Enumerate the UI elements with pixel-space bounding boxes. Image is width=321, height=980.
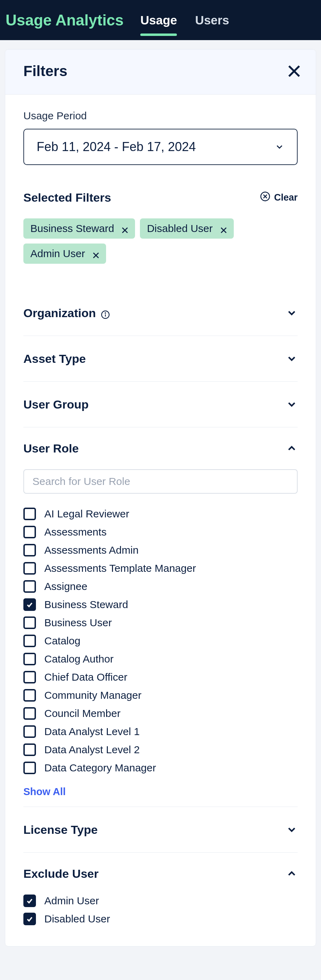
chip-remove-icon[interactable] xyxy=(220,225,227,232)
checkbox-item[interactable]: Catalog Author xyxy=(23,653,298,665)
checkbox-label: Assignee xyxy=(44,581,87,592)
chevron-up-icon xyxy=(286,868,298,880)
filters-panel: Filters Usage Period Feb 11, 2024 - Feb … xyxy=(5,49,316,947)
section-asset-type: Asset Type xyxy=(23,336,298,381)
close-icon[interactable] xyxy=(286,64,302,79)
checkbox-label: Admin User xyxy=(44,895,99,907)
selected-filters-title: Selected Filters xyxy=(23,191,111,204)
checkbox[interactable] xyxy=(23,544,36,557)
clear-label: Clear xyxy=(274,192,298,203)
checkbox-item[interactable]: Admin User xyxy=(23,894,298,907)
checkbox[interactable] xyxy=(23,598,36,611)
checkbox-label: Chief Data Officer xyxy=(44,671,127,683)
checkbox-item[interactable]: Chief Data Officer xyxy=(23,671,298,684)
checkbox[interactable] xyxy=(23,913,36,925)
chevron-down-icon xyxy=(286,398,298,410)
checkbox-label: Assessments xyxy=(44,526,106,538)
section-exclude-user-header[interactable]: Exclude User xyxy=(23,853,298,894)
usage-period-select[interactable]: Feb 11, 2024 - Feb 17, 2024 xyxy=(23,129,298,165)
asset-type-title: Asset Type xyxy=(23,352,86,366)
checkbox-item[interactable]: Council Member xyxy=(23,707,298,720)
usage-period-label: Usage Period xyxy=(23,110,298,122)
checkbox-item[interactable]: Catalog xyxy=(23,635,298,647)
section-license-type-header[interactable]: License Type xyxy=(23,807,298,852)
checkbox-label: Catalog Author xyxy=(44,653,113,665)
exclude-user-body: Admin UserDisabled User xyxy=(23,894,298,934)
user-role-title: User Role xyxy=(23,442,79,455)
checkbox-item[interactable]: Disabled User xyxy=(23,913,298,925)
user-role-search-input[interactable] xyxy=(32,476,289,487)
checkbox-item[interactable]: Business User xyxy=(23,616,298,629)
checkbox[interactable] xyxy=(23,707,36,720)
checkbox[interactable] xyxy=(23,562,36,574)
checkbox-label: Business User xyxy=(44,617,112,629)
checkbox[interactable] xyxy=(23,526,36,538)
section-user-group-header[interactable]: User Group xyxy=(23,382,298,427)
checkbox-item[interactable]: Data Analyst Level 2 xyxy=(23,743,298,756)
chip-remove-icon[interactable] xyxy=(92,250,100,258)
chevron-down-icon xyxy=(286,353,298,364)
checkbox[interactable] xyxy=(23,580,36,593)
checkbox-label: Catalog xyxy=(44,635,80,647)
info-icon xyxy=(101,309,110,318)
tab-users[interactable]: Users xyxy=(195,0,229,40)
user-role-search[interactable] xyxy=(23,469,298,494)
section-exclude-user: Exclude User Admin UserDisabled User xyxy=(23,852,298,934)
checkbox-item[interactable]: Data Analyst Level 1 xyxy=(23,725,298,738)
checkbox-label: Assessments Admin xyxy=(44,544,138,556)
chevron-down-icon xyxy=(286,824,298,835)
svg-point-13 xyxy=(105,313,106,313)
chip-label: Business Steward xyxy=(30,223,114,234)
checkbox-label: Business Steward xyxy=(44,599,128,611)
section-user-role: User Role AI Legal ReviewerAssessmentsAs… xyxy=(23,427,298,807)
selected-filters-header: Selected Filters Clear xyxy=(23,191,298,204)
clear-filters-button[interactable]: Clear xyxy=(260,191,298,204)
license-type-title: License Type xyxy=(23,823,98,837)
checkbox[interactable] xyxy=(23,508,36,520)
checkbox-item[interactable]: Community Manager xyxy=(23,689,298,702)
chevron-down-icon xyxy=(275,142,284,152)
checkbox[interactable] xyxy=(23,671,36,684)
section-user-group: User Group xyxy=(23,381,298,427)
checkbox-item[interactable]: Business Steward xyxy=(23,598,298,611)
chip-label: Disabled User xyxy=(147,223,213,234)
checkbox[interactable] xyxy=(23,894,36,907)
panel-header: Filters xyxy=(5,49,316,95)
tab-usage[interactable]: Usage xyxy=(140,0,177,40)
filters-accordion: Organization Asset Type xyxy=(23,290,298,934)
checkbox-item[interactable]: Assessments xyxy=(23,526,298,538)
checkbox-item[interactable]: Assessments Template Manager xyxy=(23,562,298,574)
checkbox[interactable] xyxy=(23,689,36,702)
panel-body: Usage Period Feb 11, 2024 - Feb 17, 2024… xyxy=(5,95,316,946)
checkbox-label: Data Analyst Level 2 xyxy=(44,744,140,756)
clear-circle-x-icon xyxy=(260,191,270,204)
show-all-button[interactable]: Show All xyxy=(23,786,298,797)
checkbox-label: Community Manager xyxy=(44,689,141,701)
checkbox[interactable] xyxy=(23,743,36,756)
checkbox-item[interactable]: Assessments Admin xyxy=(23,544,298,557)
checkbox-item[interactable]: Data Category Manager xyxy=(23,762,298,774)
section-asset-type-header[interactable]: Asset Type xyxy=(23,336,298,381)
section-organization: Organization xyxy=(23,290,298,336)
checkbox[interactable] xyxy=(23,762,36,774)
exclude-user-list: Admin UserDisabled User xyxy=(23,894,298,925)
checkbox-item[interactable]: AI Legal Reviewer xyxy=(23,508,298,520)
checkbox[interactable] xyxy=(23,616,36,629)
filter-chip: Admin User xyxy=(23,243,106,264)
checkbox-label: Disabled User xyxy=(44,913,110,925)
filter-chip: Business Steward xyxy=(23,218,135,239)
section-user-role-header[interactable]: User Role xyxy=(23,427,298,469)
checkbox[interactable] xyxy=(23,635,36,647)
checkbox[interactable] xyxy=(23,725,36,738)
chip-remove-icon[interactable] xyxy=(121,225,129,232)
top-nav: Usage Analytics Usage Users xyxy=(0,0,321,40)
section-organization-header[interactable]: Organization xyxy=(23,290,298,336)
chevron-up-icon xyxy=(286,442,298,454)
checkbox-item[interactable]: Assignee xyxy=(23,580,298,593)
checkbox-label: Data Category Manager xyxy=(44,762,156,774)
checkbox[interactable] xyxy=(23,653,36,665)
user-role-list: AI Legal ReviewerAssessmentsAssessments … xyxy=(23,508,298,774)
organization-title: Organization xyxy=(23,306,96,320)
checkbox-label: Council Member xyxy=(44,708,120,719)
section-license-type: License Type xyxy=(23,807,298,852)
